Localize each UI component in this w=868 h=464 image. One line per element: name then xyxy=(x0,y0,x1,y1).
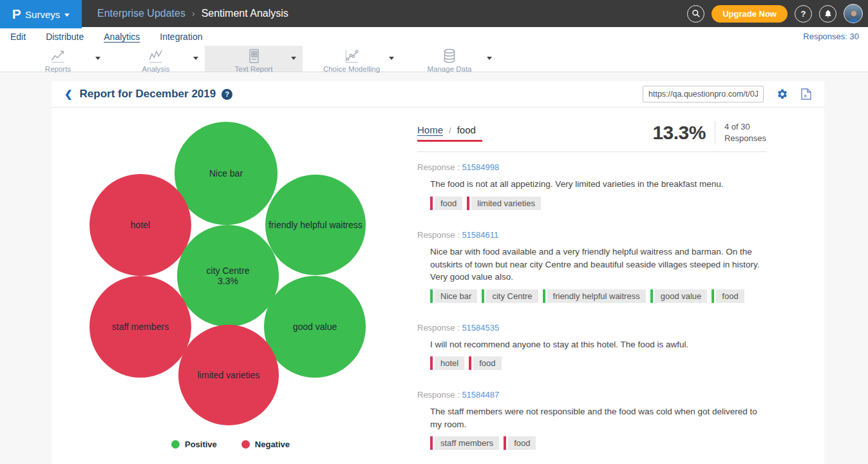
export-excel-icon[interactable]: x xyxy=(801,88,811,100)
response-label: Response : xyxy=(417,230,462,240)
toolbar-item-manage-data[interactable]: Manage Data xyxy=(401,46,498,72)
manage-data-icon xyxy=(441,48,458,64)
tag-sentiment-bar xyxy=(504,436,506,450)
bell-icon[interactable] xyxy=(819,5,836,23)
topic-breadcrumb-separator: / xyxy=(449,126,451,135)
home-link[interactable]: Home xyxy=(417,124,443,135)
content-area: ❮ Report for December 2019 ? x xyxy=(0,72,868,445)
count-line1: 4 of 30 xyxy=(724,122,750,131)
toolbar-item-reports[interactable]: Reports xyxy=(9,46,107,72)
menu-items: EditDistributeAnalyticsIntegration xyxy=(10,32,222,42)
topbar-actions: Upgrade Now ? xyxy=(687,4,868,23)
tag-food[interactable]: food xyxy=(469,356,501,370)
analysis-chart-icon xyxy=(147,48,164,64)
tag-label: food xyxy=(508,436,536,450)
chevron-down-icon xyxy=(64,14,70,17)
tag-hotel[interactable]: hotel xyxy=(430,356,464,370)
chart-legend: PositiveNegative xyxy=(57,440,404,449)
page-title: Report for December 2019 xyxy=(80,88,216,101)
legend-dot-icon xyxy=(171,440,180,449)
responses-count[interactable]: Responses: 30 xyxy=(803,32,859,41)
response-tags: hotelfood xyxy=(430,356,766,370)
tag-friendly-helpful-waitress[interactable]: friendly helpful waitress xyxy=(543,289,646,303)
topic-breadcrumb: Home / food xyxy=(417,124,482,142)
response-label: Response : xyxy=(417,162,462,172)
chevron-down-icon[interactable] xyxy=(291,57,296,60)
chevron-down-icon[interactable] xyxy=(193,57,198,60)
stat-divider xyxy=(715,121,715,144)
response-item: Response : 51584611Nice bar with food av… xyxy=(417,230,766,303)
tag-city-centre[interactable]: city Centre xyxy=(482,289,538,303)
response-id-link[interactable]: 51584611 xyxy=(462,230,498,240)
toolbar-item-choice-modelling[interactable]: Choice Modelling xyxy=(303,46,401,72)
chevron-down-icon[interactable] xyxy=(389,57,394,60)
avatar[interactable] xyxy=(844,4,863,23)
response-label: Response : xyxy=(417,390,462,400)
tag-label: good value xyxy=(655,289,708,303)
title-help-icon[interactable]: ? xyxy=(222,89,232,100)
tag-food[interactable]: food xyxy=(712,289,744,303)
help-icon[interactable]: ? xyxy=(795,5,812,23)
tag-staff-members[interactable]: staff members xyxy=(430,436,499,450)
tag-sentiment-bar xyxy=(469,356,471,370)
bubble-label: good value xyxy=(293,322,337,332)
search-icon[interactable] xyxy=(687,5,704,23)
menu-item-distribute[interactable]: Distribute xyxy=(46,32,84,42)
topic-percentage: 13.3% xyxy=(652,122,706,144)
tag-limited-varieties[interactable]: limited varieties xyxy=(467,197,541,210)
response-header: Response : 51584611 xyxy=(417,230,766,240)
bubble-nice-bar[interactable]: Nice bar xyxy=(175,122,278,225)
survey-menubar: EditDistributeAnalyticsIntegration Respo… xyxy=(0,27,868,46)
upgrade-now-button[interactable]: Upgrade Now xyxy=(712,5,788,23)
tag-good-value[interactable]: good value xyxy=(650,289,708,303)
surveys-menu[interactable]: Surveys xyxy=(25,9,60,20)
response-header: Response : 51584998 xyxy=(417,162,766,172)
analytics-toolbar: ReportsAnalysisText ReportChoice Modelli… xyxy=(0,46,868,72)
breadcrumb-survey-name[interactable]: Enterprise Updates xyxy=(97,8,185,19)
bubble-staff-members[interactable]: staff members xyxy=(90,276,191,378)
legend-label: Positive xyxy=(185,440,217,449)
bubble-label: hotel xyxy=(131,220,150,230)
legend-item-negative[interactable]: Negative xyxy=(241,440,290,449)
response-item: Response : 51584998The food is not at al… xyxy=(417,162,766,210)
bubble-city-centre[interactable]: city Centre3.3% xyxy=(177,225,279,327)
bubble-limited-varieties[interactable]: limited varieties xyxy=(178,325,279,425)
chevron-down-icon[interactable] xyxy=(95,57,100,60)
sentiment-bubble-chart: Nice barhotelfriendly helpful waitressci… xyxy=(57,110,404,458)
bubble-label: Nice bar xyxy=(209,168,243,179)
tag-food[interactable]: food xyxy=(504,436,536,450)
tag-sentiment-bar xyxy=(482,289,484,303)
choice-modelling-icon xyxy=(343,48,360,64)
bubble-good-value[interactable]: good value xyxy=(264,276,366,378)
menu-item-integration[interactable]: Integration xyxy=(160,32,202,42)
bubble-friendly-helpful-waitress[interactable]: friendly helpful waitress xyxy=(265,175,366,275)
response-id-link[interactable]: 51584998 xyxy=(462,162,499,172)
back-button[interactable]: ❮ xyxy=(64,88,73,100)
legend-dot-icon xyxy=(241,440,250,449)
settings-gear-icon[interactable] xyxy=(777,88,788,100)
tag-food[interactable]: food xyxy=(430,197,462,210)
svg-text:x: x xyxy=(804,93,807,99)
bubble-label: staff members xyxy=(112,322,169,332)
toolbar-item-analysis[interactable]: Analysis xyxy=(107,46,205,72)
legend-item-positive[interactable]: Positive xyxy=(171,440,217,449)
response-id-link[interactable]: 51584487 xyxy=(462,390,499,400)
response-text: The staff members were not responsible a… xyxy=(430,405,760,430)
bubble-hotel[interactable]: hotel xyxy=(90,174,191,276)
tag-sentiment-bar xyxy=(430,356,433,370)
response-item: Response : 51584535I will not recommend … xyxy=(417,323,766,371)
menu-item-edit[interactable]: Edit xyxy=(10,32,26,42)
response-id-link[interactable]: 51584535 xyxy=(462,323,499,333)
menu-item-analytics[interactable]: Analytics xyxy=(104,32,140,42)
tag-sentiment-bar xyxy=(430,289,433,303)
share-url-input[interactable] xyxy=(643,86,764,102)
toolbar-item-text-report[interactable]: Text Report xyxy=(205,46,303,72)
chevron-down-icon[interactable] xyxy=(487,57,492,60)
tag-nice-bar[interactable]: Nice bar xyxy=(430,289,477,303)
responses-list: Response : 51584998The food is not at al… xyxy=(417,162,766,450)
tag-label: city Centre xyxy=(486,289,538,303)
bubble-label: city Centre xyxy=(207,266,250,276)
logo-p-icon: P xyxy=(12,7,21,22)
current-topic-label: food xyxy=(457,124,476,135)
questionpro-logo[interactable]: P Surveys xyxy=(0,0,82,28)
